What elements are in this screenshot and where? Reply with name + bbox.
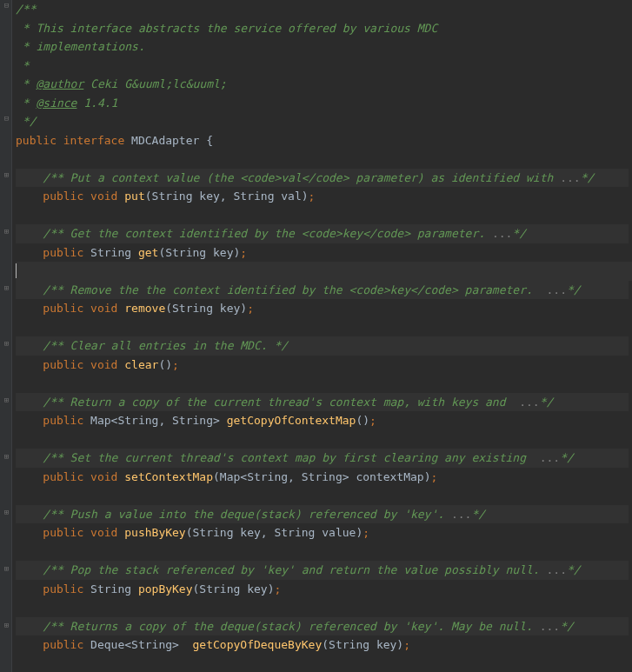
fold-expand-icon[interactable]: ⊞ bbox=[3, 340, 10, 348]
code-line[interactable] bbox=[16, 486, 632, 505]
token: String bbox=[172, 302, 220, 315]
token: ( bbox=[213, 470, 220, 483]
code-line[interactable] bbox=[16, 542, 632, 562]
token: void bbox=[90, 526, 124, 539]
token: void bbox=[90, 190, 124, 203]
token: key bbox=[213, 246, 233, 259]
token: ... bbox=[547, 283, 567, 296]
fold-collapse-icon[interactable]: ⊟ bbox=[3, 115, 10, 123]
token: /** Returns a copy of the deque(stack) r… bbox=[43, 620, 539, 633]
code-line[interactable]: /** Returns a copy of the deque(stack) r… bbox=[16, 617, 632, 636]
token: getCopyOfContextMap bbox=[227, 414, 356, 427]
token: */ bbox=[512, 227, 526, 240]
code-line[interactable]: public interface MDCAdapter { bbox=[16, 131, 632, 150]
token: ... bbox=[560, 171, 580, 184]
fold-expand-icon[interactable]: ⊞ bbox=[3, 396, 10, 404]
fold-expand-icon[interactable]: ⊞ bbox=[3, 622, 10, 629]
token: { bbox=[206, 134, 213, 147]
token: /** Pop the stack referenced by 'key' an… bbox=[43, 563, 546, 576]
code-line[interactable]: * @since 1.4.1 bbox=[16, 94, 632, 113]
code-line[interactable]: public void remove(String key); bbox=[16, 299, 632, 318]
code-line[interactable]: /** bbox=[16, 0, 632, 19]
token: interface bbox=[63, 134, 131, 147]
token: String bbox=[274, 526, 322, 539]
token: > bbox=[172, 638, 192, 651]
code-line[interactable] bbox=[16, 430, 632, 449]
token: < bbox=[240, 470, 247, 483]
token: /** Get the context identified by the <c… bbox=[43, 227, 492, 240]
token: String bbox=[193, 526, 241, 539]
fold-expand-icon[interactable]: ⊞ bbox=[3, 509, 10, 516]
code-line[interactable] bbox=[16, 318, 632, 337]
token: ... bbox=[540, 620, 560, 633]
token: String bbox=[247, 470, 288, 483]
fold-expand-icon[interactable]: ⊞ bbox=[3, 228, 10, 236]
code-line[interactable] bbox=[16, 374, 632, 393]
code-line[interactable]: /** Pop the stack referenced by 'key' an… bbox=[16, 561, 632, 580]
code-line[interactable]: /** Put a context value (the <code>val</… bbox=[16, 169, 632, 188]
token: */ bbox=[560, 620, 574, 633]
token: public bbox=[43, 414, 90, 427]
token: String bbox=[90, 246, 138, 259]
token: /** Set the current thread's context map… bbox=[43, 451, 539, 464]
token: () bbox=[356, 414, 369, 427]
token: , bbox=[288, 470, 302, 483]
token: * bbox=[16, 77, 36, 90]
code-line[interactable]: public String get(String key); bbox=[16, 243, 632, 263]
fold-expand-icon[interactable]: ⊞ bbox=[3, 171, 10, 179]
code-line[interactable]: * implementations. bbox=[16, 37, 632, 57]
code-line[interactable]: * This interface abstracts the service o… bbox=[16, 19, 632, 38]
token: * implementations. bbox=[16, 40, 145, 53]
token: ( bbox=[145, 190, 152, 203]
token: /** Remove the the context identified by… bbox=[43, 283, 546, 296]
code-line[interactable]: public void setContextMap(Map<String, St… bbox=[16, 468, 632, 487]
fold-expand-icon[interactable]: ⊞ bbox=[3, 284, 10, 292]
token: ... bbox=[540, 451, 560, 464]
code-line[interactable]: */ bbox=[16, 112, 632, 131]
token: ; bbox=[240, 246, 247, 259]
token: */ bbox=[567, 283, 581, 296]
code-line[interactable] bbox=[16, 150, 632, 169]
token: String bbox=[302, 470, 343, 483]
code-line[interactable]: public Map<String, String> getCopyOfCont… bbox=[16, 411, 632, 430]
code-line[interactable] bbox=[16, 262, 632, 281]
code-line[interactable]: public String popByKey(String key); bbox=[16, 580, 632, 599]
token: < bbox=[124, 638, 131, 651]
code-line[interactable]: public void put(String key, String val); bbox=[16, 187, 632, 206]
code-line[interactable]: /** Remove the the context identified by… bbox=[16, 281, 632, 300]
code-line[interactable]: public Deque<String> getCopyOfDequeByKey… bbox=[16, 635, 632, 655]
code-line[interactable]: * @author Ceki G&uuml;lc&uuml; bbox=[16, 75, 632, 94]
token: ; bbox=[309, 190, 316, 203]
token: ; bbox=[172, 358, 179, 371]
code-line[interactable] bbox=[16, 598, 632, 617]
token: */ bbox=[471, 508, 485, 521]
code-line[interactable] bbox=[16, 206, 632, 225]
token: get bbox=[138, 246, 158, 259]
token: ) bbox=[302, 190, 309, 203]
token: ( bbox=[322, 638, 329, 651]
code-line[interactable]: public void clear(); bbox=[16, 356, 632, 375]
text-caret bbox=[16, 263, 17, 278]
token: void bbox=[90, 358, 124, 371]
token: , bbox=[261, 526, 275, 539]
token: MDCAdapter bbox=[131, 134, 206, 147]
code-line[interactable]: /** Get the context identified by the <c… bbox=[16, 224, 632, 243]
token: Map bbox=[220, 470, 240, 483]
token: String bbox=[234, 190, 282, 203]
fold-expand-icon[interactable]: ⊞ bbox=[3, 453, 10, 461]
code-line[interactable]: * bbox=[16, 57, 632, 76]
code-line[interactable]: /** Set the current thread's context map… bbox=[16, 449, 632, 468]
token: ( bbox=[186, 526, 193, 539]
token: ) bbox=[396, 638, 403, 651]
token: , bbox=[158, 414, 172, 427]
token: 1.4.1 bbox=[77, 96, 117, 110]
code-line[interactable]: /** Clear all entries in the MDC. */ bbox=[16, 336, 632, 356]
token: */ bbox=[16, 115, 36, 128]
code-line[interactable]: /** Return a copy of the current thread'… bbox=[16, 393, 632, 412]
fold-expand-icon[interactable]: ⊞ bbox=[3, 565, 10, 573]
token: key bbox=[220, 302, 240, 315]
code-line[interactable]: /** Push a value into the deque(stack) r… bbox=[16, 505, 632, 524]
code-line[interactable]: public void pushByKey(String key, String… bbox=[16, 523, 632, 542]
fold-collapse-icon[interactable]: ⊟ bbox=[3, 2, 10, 10]
code-editor[interactable]: /** * This interface abstracts the servi… bbox=[12, 0, 632, 672]
